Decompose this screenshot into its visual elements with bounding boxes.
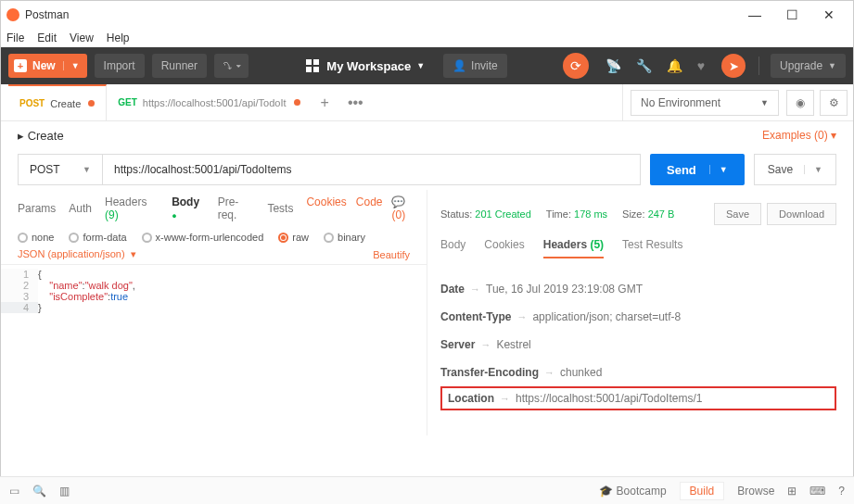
radio-icon [278, 233, 288, 243]
tab-label: Create [50, 98, 81, 109]
request-tab[interactable]: POST Create [8, 84, 107, 120]
chevron-down-icon[interactable]: ▼ [709, 165, 728, 174]
body-type-binary[interactable]: binary [324, 231, 365, 243]
environment-selector[interactable]: No Environment ▼ [631, 90, 779, 116]
tab-body[interactable]: Body ● [172, 195, 205, 221]
divider [758, 57, 759, 75]
two-pane-icon[interactable]: ⊞ [787, 485, 797, 498]
cookies-link[interactable]: Cookies [306, 195, 346, 221]
resp-tab-cookies[interactable]: Cookies [484, 238, 524, 258]
sync-icon: ⟳ [570, 58, 581, 73]
bootcamp-button[interactable]: 🎓 Bootcamp [599, 485, 666, 498]
tab-headers[interactable]: Headers (9) [105, 195, 159, 221]
body-format-select[interactable]: JSON (application/json) ▾ [18, 248, 136, 260]
examples-dropdown[interactable]: Examples (0) ▾ [762, 129, 836, 142]
send-label: Send [667, 163, 696, 177]
line-number: 4 [1, 302, 38, 313]
request-url-row: POST ▼ https://localhost:5001/api/TodoIt… [1, 149, 853, 190]
upgrade-label: Upgrade [780, 59, 822, 72]
bell-icon[interactable]: 🔔 [667, 58, 682, 73]
method-value: POST [30, 163, 60, 176]
resp-tab-body[interactable]: Body [440, 238, 465, 258]
send-button[interactable]: Send ▼ [650, 154, 745, 185]
comments-link[interactable]: 💬(0) [391, 195, 410, 221]
body-type-none[interactable]: none [18, 231, 54, 243]
window-maximize[interactable]: ☐ [779, 7, 805, 22]
response-headers-list: Date→Tue, 16 Jul 2019 23:19:08 GMT Conte… [440, 262, 836, 410]
breadcrumb[interactable]: ▸ Create [18, 129, 64, 143]
header-key: Date [440, 283, 465, 296]
heart-icon[interactable]: ♥ [697, 58, 705, 73]
chevron-down-icon[interactable]: ▼ [804, 165, 822, 174]
header-value: application/json; charset=utf-8 [532, 310, 681, 323]
tab-prereq[interactable]: Pre-req. [218, 195, 255, 221]
resp-tab-tests[interactable]: Test Results [622, 238, 682, 258]
window-close[interactable]: ✕ [816, 7, 842, 22]
runner-button[interactable]: Runner [152, 54, 207, 78]
menubar: File Edit View Help [1, 29, 853, 47]
wrench-icon[interactable]: 🔧 [636, 58, 652, 73]
radio-icon [324, 233, 334, 243]
tab-options-button[interactable]: ••• [338, 94, 373, 111]
statusbar: ▭ 🔍 ▥ 🎓 Bootcamp Build Browse ⊞ ⌨ ? [0, 476, 854, 504]
body-type-raw[interactable]: raw [278, 231, 309, 243]
window-minimize[interactable]: — [742, 7, 768, 22]
resp-tab-headers[interactable]: Headers (5) [543, 238, 604, 258]
menu-view[interactable]: View [70, 32, 94, 44]
new-button[interactable]: + New ▼ [8, 54, 87, 78]
request-pane: Params Auth Headers (9) Body ● Pre-req. … [1, 190, 427, 435]
header-row: Server→Kestrel [440, 331, 836, 359]
headers-count: (9) [105, 208, 119, 221]
open-new-button[interactable]: ⭛ ▾ [214, 54, 249, 78]
workspace-name: My Workspace [326, 59, 411, 73]
response-pane: Status: 201 Created Time: 178 ms Size: 2… [427, 190, 853, 435]
chevron-down-icon: ▼ [828, 61, 836, 70]
header-row-highlighted: Location→https://localhost:5001/api/Todo… [440, 386, 836, 410]
request-tab[interactable]: GET https://localhost:5001/api/TodoIt [107, 84, 311, 120]
build-button[interactable]: Build [680, 482, 725, 500]
request-header-row: ▸ Create Examples (0) ▾ [1, 121, 853, 149]
header-key: Server [440, 338, 475, 351]
import-button[interactable]: Import [95, 54, 145, 78]
header-value: Kestrel [496, 338, 530, 351]
invite-button[interactable]: 👤 Invite [443, 54, 507, 78]
header-value: https://localhost:5001/api/TodoItems/1 [516, 392, 702, 405]
download-response-button[interactable]: Download [767, 203, 836, 225]
browse-button[interactable]: Browse [737, 485, 774, 498]
shortcuts-icon[interactable]: ⌨ [809, 485, 825, 498]
capture-button[interactable]: ➤ [721, 54, 746, 78]
url-input[interactable]: https://localhost:5001/api/TodoItems [103, 154, 641, 185]
header-key: Location [448, 392, 494, 405]
body-type-xwww[interactable]: x-www-form-urlencoded [142, 231, 264, 243]
satellite-icon[interactable]: 📡 [605, 58, 621, 73]
main-toolbar: + New ▼ Import Runner ⭛ ▾ My Workspace ▼… [1, 47, 853, 84]
save-button[interactable]: Save ▼ [754, 154, 836, 185]
beautify-button[interactable]: Beautify [373, 249, 410, 260]
find-icon[interactable]: 🔍 [32, 485, 46, 498]
tab-params[interactable]: Params [18, 202, 56, 215]
workspace-selector[interactable]: My Workspace ▼ [306, 59, 425, 73]
menu-help[interactable]: Help [107, 32, 130, 44]
menu-file[interactable]: File [6, 32, 24, 44]
chevron-down-icon[interactable]: ▼ [63, 61, 87, 70]
header-value: chunked [560, 366, 602, 379]
tab-auth[interactable]: Auth [69, 202, 92, 215]
sync-button[interactable]: ⟳ [563, 53, 589, 79]
method-select[interactable]: POST ▼ [18, 154, 103, 185]
sidebar-toggle-icon[interactable]: ▭ [9, 485, 19, 498]
add-tab-button[interactable]: + [312, 94, 338, 111]
env-quicklook-button[interactable]: ◉ [786, 90, 814, 116]
resp-headers-count: (5) [590, 238, 604, 251]
code-link[interactable]: Code [356, 195, 383, 221]
save-response-button[interactable]: Save [714, 203, 761, 225]
console-icon[interactable]: ▥ [59, 485, 70, 498]
tab-tests[interactable]: Tests [267, 202, 293, 215]
upgrade-button[interactable]: Upgrade ▼ [771, 54, 846, 78]
menu-edit[interactable]: Edit [37, 32, 57, 44]
size-label: Size: 247 B [622, 208, 674, 220]
eye-icon: ◉ [796, 96, 805, 109]
body-editor[interactable]: 1{ 2 "name":"walk dog", 3 "isComplete":t… [1, 265, 427, 313]
body-type-formdata[interactable]: form-data [69, 231, 126, 243]
settings-button[interactable]: ⚙ [820, 90, 848, 116]
help-icon[interactable]: ? [838, 485, 845, 498]
